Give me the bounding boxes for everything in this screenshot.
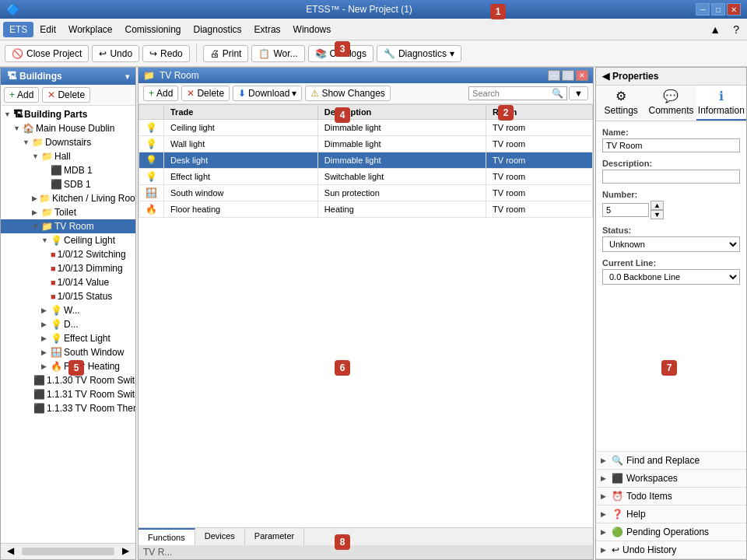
folder-icon: 📁	[41, 151, 53, 162]
spin-up-button[interactable]: ▲	[651, 201, 664, 210]
accordion-workspaces-header[interactable]: ▶ ⬛ Workspaces	[596, 470, 746, 487]
tab-parameter[interactable]: Parameter	[245, 528, 304, 545]
delete-item-button[interactable]: ✕ Delete	[181, 86, 230, 101]
redo-button[interactable]: ↪ Redo	[142, 45, 190, 62]
prop-number-group: Number: ▲ ▼	[602, 190, 740, 219]
prop-number-input[interactable]	[602, 203, 649, 217]
tree-item-building-parts[interactable]: ▼ 🏗 Building Parts	[1, 107, 135, 121]
menu-diagnostics[interactable]: Diagnostics	[188, 22, 248, 37]
print-button[interactable]: 🖨 Print	[203, 45, 249, 62]
prop-tab-settings[interactable]: ⚙ Settings	[596, 86, 646, 121]
tab-functions[interactable]: Functions	[139, 528, 195, 545]
accordion-todo-header[interactable]: ▶ ⏰ Todo Items	[596, 488, 746, 505]
tree-item-toilet[interactable]: ▶ 📁 Toilet	[1, 205, 135, 219]
prop-tab-comments[interactable]: 💬 Comments	[646, 86, 696, 121]
tree-item-1130[interactable]: ⬛ 1.1.30 TV Room Switc...	[1, 373, 135, 387]
help-button[interactable]: ?	[728, 21, 744, 38]
expand-icon: ▼	[23, 138, 30, 146]
light-icon: 💡	[51, 235, 62, 246]
tree-item-desk-light[interactable]: ▶ 💡 D...	[1, 317, 135, 331]
workspaces-icon: ⬛	[612, 473, 623, 484]
tree-item-1133[interactable]: ⬛ 1.1.33 TV Room Ther...	[1, 401, 135, 415]
buildings-panel-header: 🏗 Buildings ▾	[1, 68, 135, 85]
close-button[interactable]: ✕	[727, 3, 741, 16]
prop-tab-information[interactable]: ℹ Information	[696, 86, 746, 121]
add-building-button[interactable]: + + Add Add	[4, 87, 39, 103]
workspace-button[interactable]: 📋 Wor...	[251, 45, 304, 62]
print-icon: 🖨	[210, 48, 219, 59]
tree-item-tv-room[interactable]: ▼ 📁 TV Room	[1, 219, 135, 233]
prop-description-input[interactable]	[602, 170, 740, 184]
tree-item-kitchen[interactable]: ▶ 📁 Kitchen / Living Room	[1, 191, 135, 205]
table-row[interactable]: 💡 Wall light Dimmable light TV room	[139, 136, 593, 152]
undo-button[interactable]: ↩ Undo	[92, 45, 139, 62]
accordion-undo-history-header[interactable]: ▶ ↩ Undo History	[596, 541, 746, 558]
prop-status-select[interactable]: Unknown Active Inactive	[602, 236, 740, 252]
table-row-selected[interactable]: 💡 Desk light Dimmable light TV room	[139, 152, 593, 169]
menu-ets[interactable]: ETS	[3, 22, 33, 37]
row-icon: 🔥	[146, 204, 157, 215]
tree-item-ceiling-light[interactable]: ▼ 💡 Ceiling Light	[1, 233, 135, 247]
col-room[interactable]: Room	[486, 105, 593, 120]
tree-item-1012[interactable]: ■ 1/0/12 Switching	[1, 247, 135, 261]
workspace-icon: 📋	[258, 48, 270, 59]
scroll-right-button[interactable]: ▶	[116, 544, 135, 559]
spin-down-button[interactable]: ▼	[651, 210, 664, 219]
expand-icon: ▶	[41, 348, 49, 356]
scroll-left-button[interactable]: ◀	[1, 544, 20, 559]
tree-item-mdb1[interactable]: ⬛ MDB 1	[1, 163, 135, 177]
menu-windows[interactable]: Windows	[287, 22, 338, 37]
prop-current-line-select[interactable]: 0.0 Backbone Line	[602, 269, 740, 285]
tree-item-1014[interactable]: ■ 1/0/14 Value	[1, 275, 135, 289]
table-row[interactable]: 💡 Ceiling light Dimmable light TV room	[139, 120, 593, 136]
col-trade[interactable]: Trade	[164, 105, 318, 120]
tree-item-wall-light[interactable]: ▶ 💡 W...	[1, 303, 135, 317]
prop-name-input[interactable]	[602, 138, 740, 152]
properties-body: Name: Description: Number: ▲ ▼ Status:	[596, 121, 746, 451]
filter-button[interactable]: ▼	[569, 86, 588, 100]
search-icon[interactable]: 🔍	[552, 88, 563, 99]
download-button[interactable]: ⬇ Download ▾	[233, 86, 302, 101]
panel-dropdown-icon[interactable]: ▾	[125, 72, 129, 81]
search-box[interactable]: 🔍	[468, 86, 567, 100]
tree-item-main-house[interactable]: ▼ 🏠 Main House Dublin	[1, 121, 135, 135]
accordion-pending-header[interactable]: ▶ 🟢 Pending Operations	[596, 523, 746, 541]
table-row[interactable]: 🪟 South window Sun protection TV room	[139, 185, 593, 201]
accordion-help-header[interactable]: ▶ ❓ Help	[596, 506, 746, 523]
device-icon: ⬛	[51, 179, 62, 190]
tree-item-south-window[interactable]: ▶ 🪟 South Window	[1, 345, 135, 359]
tree-item-hall[interactable]: ▼ 📁 Hall	[1, 149, 135, 163]
maximize-button[interactable]: □	[711, 3, 725, 16]
col-description[interactable]: Description	[317, 105, 486, 120]
content-maximize-button[interactable]: □	[562, 70, 574, 81]
delete-building-button[interactable]: ✕ Delete	[42, 87, 90, 103]
tree-item-sdb1[interactable]: ⬛ SDB 1	[1, 177, 135, 191]
table-row[interactable]: 💡 Effect light Switchable light TV room	[139, 169, 593, 185]
collapse-button[interactable]: ▲	[705, 21, 725, 38]
menu-edit[interactable]: Edit	[33, 22, 62, 37]
minimize-button[interactable]: ─	[696, 3, 710, 16]
menu-workplace[interactable]: Workplace	[62, 22, 118, 37]
tree-item-floor-heating[interactable]: ▶ 🔥 Floor Heating	[1, 359, 135, 373]
table-row[interactable]: 🔥 Floor heating Heating TV room	[139, 201, 593, 218]
accordion-undo-history: ▶ ↩ Undo History	[596, 541, 746, 559]
tab-devices[interactable]: Devices	[195, 528, 245, 545]
menu-extras[interactable]: Extras	[248, 22, 287, 37]
diagnostics-button[interactable]: 🔧 Diagnostics ▾	[377, 45, 461, 62]
show-changes-button[interactable]: ⚠ Show Changes	[305, 86, 390, 101]
scroll-bar[interactable]	[22, 548, 114, 555]
menu-comissioning[interactable]: Comissioning	[119, 22, 188, 37]
search-input[interactable]	[472, 89, 550, 98]
tree-item-effect-light[interactable]: ▶ 💡 Effect Light	[1, 331, 135, 345]
tree-item-1131[interactable]: ⬛ 1.1.31 TV Room Switc...	[1, 387, 135, 401]
tree-item-1015[interactable]: ■ 1/0/15 Status	[1, 289, 135, 303]
content-close-button[interactable]: ✕	[576, 70, 588, 81]
tree-item-downstairs[interactable]: ▼ 📁 Downstairs	[1, 135, 135, 149]
accordion-find-replace-header[interactable]: ▶ 🔍 Find and Replace	[596, 452, 746, 469]
close-project-button[interactable]: 🚫 Close Project	[5, 45, 89, 62]
catalogs-button[interactable]: 📚 Catalogs	[308, 45, 374, 62]
add-item-button[interactable]: + Add	[143, 86, 178, 101]
content-minimize-button[interactable]: ─	[548, 70, 560, 81]
tree-item-1013[interactable]: ■ 1/0/13 Dimming	[1, 261, 135, 275]
expand-icon: ▶	[601, 528, 608, 536]
